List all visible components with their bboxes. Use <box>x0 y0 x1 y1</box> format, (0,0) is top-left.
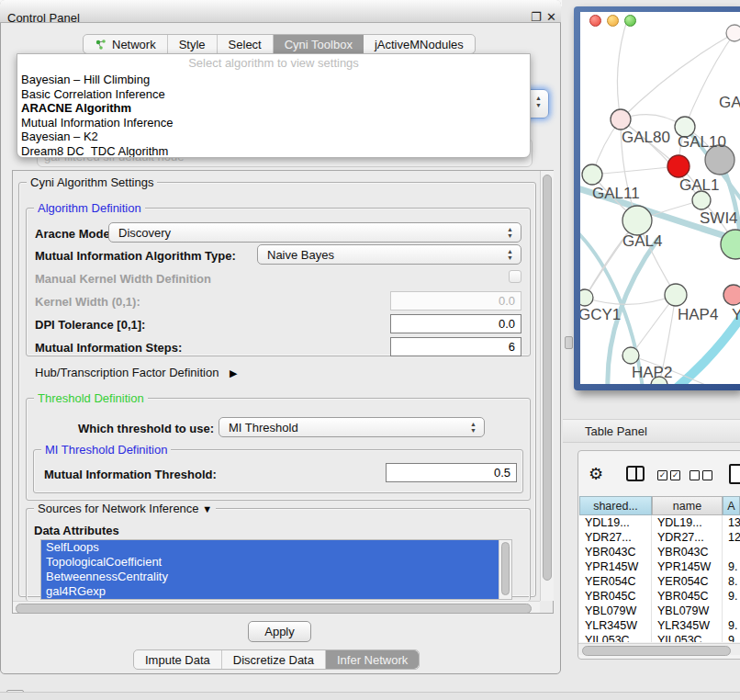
select-all-columns-icon[interactable]: ✓ ✓ <box>657 470 680 480</box>
algorithm-dropdown-placeholder: Select algorithm to view settings <box>17 54 530 73</box>
network-node-GAL1[interactable] <box>667 155 690 177</box>
settings-vertical-scrollbar-thumb[interactable] <box>543 175 552 581</box>
table-row[interactable]: YDR27...YDR27...12 <box>579 530 740 545</box>
network-node-GAL4[interactable] <box>622 206 652 235</box>
table-cell: YDR27... <box>652 530 723 545</box>
network-edge[interactable] <box>585 295 676 304</box>
tab-style[interactable]: Style <box>168 35 218 53</box>
table-cell: YLR345W <box>652 618 723 633</box>
mi-threshold-field[interactable]: 0.5 <box>386 463 517 482</box>
control-panel-tabbar: Network Style Select Cyni Toolbox jActiv… <box>83 34 476 54</box>
network-node-GAL80[interactable] <box>611 109 631 130</box>
control-panel-titlebar <box>0 0 561 23</box>
algorithm-dropdown: Select algorithm to view settings Bayesi… <box>17 53 531 158</box>
table-panel-title: Table Panel <box>585 424 647 438</box>
control-panel-title: Control Panel <box>7 11 80 25</box>
which-threshold-combo[interactable]: MI Threshold ▲▼ <box>219 417 485 437</box>
table-row[interactable]: YBR043CYBR043C <box>579 545 740 559</box>
table-row[interactable]: YIL053CYIL053C9 <box>579 633 740 642</box>
network-edge[interactable] <box>685 33 734 127</box>
attribute-list-item[interactable]: gal4RGexp <box>41 584 499 599</box>
close-window-icon[interactable]: ✕ <box>546 10 556 24</box>
attribute-list-item[interactable]: BetweennessCentrality <box>41 570 499 584</box>
network-node-GAL11[interactable] <box>582 164 602 185</box>
column-header-third[interactable]: A <box>723 496 740 515</box>
tab-network[interactable]: Network <box>84 35 168 53</box>
table-cell: YBR045C <box>579 589 652 604</box>
collapse-down-icon[interactable]: ▼ <box>202 503 212 514</box>
sources-title-wrap: Sources for Network Inference ▼ <box>34 502 216 515</box>
dropdown-item[interactable]: Bayesian – K2 <box>17 130 530 144</box>
table-row[interactable]: YDL19...YDL19...13 <box>579 515 740 530</box>
split-columns-icon[interactable] <box>626 466 645 481</box>
network-node-label: GAL1 <box>679 176 719 194</box>
table-cell: 13 <box>723 515 740 530</box>
tab-cyni-toolbox[interactable]: Cyni Toolbox <box>274 35 364 53</box>
table-cell: YBL079W <box>652 604 723 618</box>
table-cell: YDR27... <box>579 530 652 545</box>
network-node-HAP2[interactable] <box>622 347 639 364</box>
settings-vertical-scrollbar[interactable] <box>540 171 554 601</box>
panel-splitter-handle[interactable] <box>565 336 573 349</box>
table-horizontal-scrollbar-thumb[interactable] <box>582 646 731 656</box>
network-canvas[interactable]: GALGAL80GAL10GAL1GAL11SWI4GAL4GCY1HAP4YH… <box>580 12 740 384</box>
hub-definition-section[interactable]: Hub/Transcription Factor Definition ▶ <box>35 366 237 379</box>
attributes-scrollbar-thumb[interactable] <box>501 542 510 595</box>
attributes-scrollbar[interactable] <box>499 540 511 599</box>
float-window-icon[interactable]: ❐ <box>531 10 542 24</box>
network-edge[interactable] <box>621 33 734 119</box>
dropdown-item[interactable]: Basic Correlation Inference <box>17 87 530 102</box>
dropdown-item[interactable]: Bayesian – Hill Climbing <box>17 73 530 87</box>
data-attributes-list: SelfLoopsTopologicalCoefficientBetweenne… <box>40 539 512 600</box>
manual-kernel-width-checkbox[interactable] <box>509 270 521 283</box>
expand-right-icon[interactable]: ▶ <box>230 367 237 379</box>
mi-algorithm-type-label: Mutual Information Algorithm Type: <box>35 249 236 263</box>
table-row[interactable]: YBR045CYBR045C9. <box>579 589 740 604</box>
column-header-name[interactable]: name <box>652 496 723 515</box>
table-horizontal-scrollbar[interactable] <box>578 643 740 655</box>
tab-jactivemnodules[interactable]: jActiveMNodules <box>364 35 475 53</box>
table-row[interactable]: YBL079WYBL079W <box>579 604 740 618</box>
network-node[interactable] <box>726 25 740 41</box>
dropdown-item[interactable]: Dream8 DC_TDC Algorithm <box>17 144 530 159</box>
network-node-HAP4[interactable] <box>665 284 687 306</box>
column-header-shared-name[interactable]: shared... <box>579 496 652 515</box>
table-row[interactable]: YPR145WYPR145W9. <box>579 559 740 574</box>
attribute-list-item[interactable]: TopologicalCoefficient <box>41 555 499 570</box>
new-table-icon[interactable] <box>729 464 740 484</box>
algorithm-dropdown-list: Bayesian – Hill ClimbingBasic Correlatio… <box>17 73 530 158</box>
close-traffic-light[interactable] <box>589 15 601 27</box>
mi-steps-field[interactable]: 6 <box>390 337 521 356</box>
apply-button[interactable]: Apply <box>248 621 311 642</box>
dpi-tolerance-field[interactable]: 0.0 <box>390 314 521 333</box>
network-node-label: HAP4 <box>678 306 718 323</box>
minimize-traffic-light[interactable] <box>607 15 619 27</box>
tab-select[interactable]: Select <box>218 35 274 53</box>
network-edge[interactable] <box>617 17 628 119</box>
table-cell: YER054C <box>579 574 652 589</box>
network-node-SWI4[interactable] <box>692 191 711 209</box>
network-node-label: GAL4 <box>622 232 662 250</box>
table-cell: 8. <box>723 574 740 589</box>
mi-algorithm-type-combo[interactable]: Naive Bayes ▲▼ <box>257 244 521 265</box>
attribute-list-item[interactable]: SelfLoops <box>41 540 499 555</box>
screen: Control Panel ❐ ✕ Network Style Select C… <box>0 0 740 700</box>
table-row[interactable]: YER054CYER054C8. <box>579 574 740 589</box>
table-row[interactable]: YLR345WYLR345W9. <box>579 618 740 633</box>
data-attributes-label: Data Attributes <box>34 524 119 537</box>
dropdown-item[interactable]: ARACNE Algorithm <box>17 101 530 116</box>
dropdown-item[interactable]: Mutual Information Inference <box>17 116 530 130</box>
zoom-traffic-light[interactable] <box>624 15 636 27</box>
network-node-GCY1[interactable] <box>580 289 593 306</box>
network-node-Y[interactable] <box>723 285 740 305</box>
tab-discretize-data[interactable]: Discretize Data <box>222 650 326 669</box>
kernel-width-field[interactable]: 0.0 <box>390 291 521 310</box>
settings-horizontal-scrollbar[interactable] <box>13 601 540 613</box>
tab-impute-data[interactable]: Impute Data <box>134 650 222 669</box>
tab-infer-network[interactable]: Infer Network <box>326 650 419 669</box>
gear-icon[interactable]: ⚙ <box>589 464 603 484</box>
aracne-mode-combo[interactable]: Discovery ▲▼ <box>108 222 521 243</box>
settings-horizontal-scrollbar-thumb[interactable] <box>16 604 532 614</box>
deselect-all-columns-icon[interactable] <box>690 470 712 480</box>
network-edge[interactable] <box>592 166 678 175</box>
